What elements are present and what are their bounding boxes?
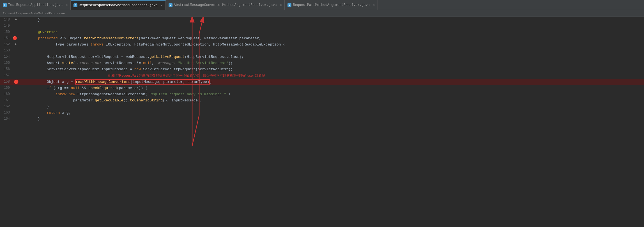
line-content-151: protected <T> Object readWithMessageConv… bbox=[19, 35, 644, 42]
code-area[interactable]: 148 ▶ } 149 150 @Override 151 🔴↑ protect… bbox=[0, 17, 644, 227]
line-content-148: } bbox=[19, 17, 644, 23]
line-content-157: 他和 @RequestPart 注解的参数解析器调用了同一个抽象父类，那么他可不… bbox=[19, 72, 644, 79]
breadcrumb: RequestResponseBodyMethodProcessor bbox=[0, 10, 644, 17]
close-tab-4[interactable]: ✕ bbox=[373, 3, 375, 7]
line-num-163: 163 bbox=[0, 110, 13, 115]
tab-request-part[interactable]: C RequestPartMethodArgumentResolver.java… bbox=[285, 0, 378, 10]
tab-label-1: TestReponseApplication.java bbox=[8, 3, 63, 7]
line-content-155: Assert.state( expression: servletRequest… bbox=[19, 60, 644, 66]
breakpoint-icon-158: 🔴 bbox=[14, 80, 19, 84]
gutter-154 bbox=[13, 54, 19, 55]
gutter-151: 🔴↑ bbox=[13, 35, 19, 40]
breadcrumb-text: RequestResponseBodyMethodProcessor bbox=[3, 12, 66, 15]
code-line-161: 161 parameter.getExecutable().toGenericS… bbox=[0, 97, 644, 104]
code-line-153: 153 bbox=[0, 48, 644, 54]
gutter-150 bbox=[13, 29, 19, 30]
fold-icon-148[interactable]: ▶ bbox=[15, 17, 17, 21]
fold-icon-152[interactable]: ▶ bbox=[15, 42, 17, 46]
tab-label-4: RequestPartMethodArgumentResolver.java bbox=[293, 3, 370, 7]
code-line-155: 155 Assert.state( expression: servletReq… bbox=[0, 60, 644, 66]
line-content-163: return arg; bbox=[19, 110, 644, 116]
code-line-157: 157 他和 @RequestPart 注解的参数解析器调用了同一个抽象父类，那… bbox=[0, 72, 644, 79]
tab-label-3: AbstractMessageConverterMethodArgumentRe… bbox=[174, 3, 277, 7]
gutter-160 bbox=[13, 91, 19, 92]
close-tab-2[interactable]: ✕ bbox=[161, 3, 163, 7]
tab-icon-2: C bbox=[73, 3, 77, 7]
gutter-158: 🔴 bbox=[13, 79, 19, 84]
line-content-159: if (arg == null && checkRequired(paramet… bbox=[19, 85, 644, 91]
code-line-154: 154 HttpServletRequest servletRequest = … bbox=[0, 54, 644, 60]
line-num-152: 152 bbox=[0, 42, 13, 47]
gutter-162 bbox=[13, 104, 19, 104]
tab-icon-1: C bbox=[3, 3, 7, 7]
line-content-156: ServletServerHttpRequest inputMessage = … bbox=[19, 66, 644, 72]
gutter-148: ▶ bbox=[13, 17, 19, 21]
gutter-156 bbox=[13, 66, 19, 67]
gutter-163 bbox=[13, 110, 19, 110]
code-line-163: 163 return arg; bbox=[0, 110, 644, 116]
line-content-160: throw new HttpMessageNotReadableExceptio… bbox=[19, 91, 644, 97]
gutter-152: ▶ bbox=[13, 42, 19, 46]
execution-arrow-151: 🔴↑ bbox=[13, 36, 19, 40]
line-content-161: parameter.getExecutable().toGenericStrin… bbox=[19, 97, 644, 104]
code-line-149: 149 bbox=[0, 23, 644, 29]
code-line-159: 159 if (arg == null && checkRequired(par… bbox=[0, 85, 644, 91]
gutter-153 bbox=[13, 48, 19, 48]
tab-bar: C TestReponseApplication.java ✕ C Reques… bbox=[0, 0, 644, 10]
line-num-160: 160 bbox=[0, 91, 13, 97]
line-num-156: 156 bbox=[0, 66, 13, 72]
code-line-160: 160 throw new HttpMessageNotReadableExce… bbox=[0, 91, 644, 97]
code-line-164: 164 } bbox=[0, 116, 644, 122]
chinese-comment: 他和 @RequestPart 注解的参数解析器调用了同一个抽象父类，那么他可不… bbox=[108, 74, 265, 78]
line-num-149: 149 bbox=[0, 23, 13, 28]
line-num-162: 162 bbox=[0, 104, 13, 109]
line-num-154: 154 bbox=[0, 54, 13, 59]
tab-icon-4: C bbox=[288, 3, 291, 7]
line-content-162: } bbox=[19, 104, 644, 110]
tab-label-2: RequestResponseBodyMethodProcessor.java bbox=[79, 3, 158, 7]
tab-abstract-message[interactable]: C AbstractMessageConverterMethodArgument… bbox=[166, 0, 285, 10]
line-num-155: 155 bbox=[0, 60, 13, 65]
line-content-150: @Override bbox=[19, 29, 644, 35]
code-line-156: 156 ServletServerHttpRequest inputMessag… bbox=[0, 66, 644, 72]
line-num-150: 150 bbox=[0, 29, 13, 35]
code-line-158: 158 🔴 Object arg = readWithMessageConver… bbox=[0, 79, 644, 85]
close-tab-1[interactable]: ✕ bbox=[66, 3, 68, 7]
line-num-161: 161 bbox=[0, 97, 13, 103]
line-num-148: 148 bbox=[0, 17, 13, 22]
code-line-151: 151 🔴↑ protected <T> Object readWithMess… bbox=[0, 35, 644, 42]
code-line-152: 152 ▶ Type paramType) throws IOException… bbox=[0, 42, 644, 48]
gutter-157 bbox=[13, 72, 19, 73]
line-num-164: 164 bbox=[0, 116, 13, 121]
line-num-159: 159 bbox=[0, 85, 13, 90]
line-content-149 bbox=[19, 23, 644, 24]
line-num-153: 153 bbox=[0, 48, 13, 53]
line-content-152: Type paramType) throws IOException, Http… bbox=[19, 42, 644, 48]
code-line-150: 150 @Override bbox=[0, 29, 644, 35]
tab-request-response-body[interactable]: C RequestResponseBodyMethodProcessor.jav… bbox=[71, 0, 165, 10]
gutter-161 bbox=[13, 97, 19, 98]
tab-icon-3: C bbox=[169, 3, 173, 7]
line-content-164: } bbox=[19, 116, 644, 122]
tab-test-reponse[interactable]: C TestReponseApplication.java ✕ bbox=[0, 0, 71, 10]
line-content-154: HttpServletRequest servletRequest = webR… bbox=[19, 54, 644, 60]
line-content-153 bbox=[19, 48, 644, 49]
line-num-157: 157 bbox=[0, 72, 13, 78]
line-content-158: Object arg = readWithMessageConverters(i… bbox=[19, 79, 644, 85]
gutter-155 bbox=[13, 60, 19, 61]
gutter-164 bbox=[13, 116, 19, 117]
gutter-149 bbox=[13, 23, 19, 24]
gutter-159 bbox=[13, 85, 19, 86]
close-tab-3[interactable]: ✕ bbox=[280, 3, 282, 7]
code-line-162: 162 } bbox=[0, 104, 644, 110]
line-num-151: 151 bbox=[0, 35, 13, 41]
line-num-158: 158 bbox=[0, 79, 13, 84]
code-line-148: 148 ▶ } bbox=[0, 17, 644, 23]
